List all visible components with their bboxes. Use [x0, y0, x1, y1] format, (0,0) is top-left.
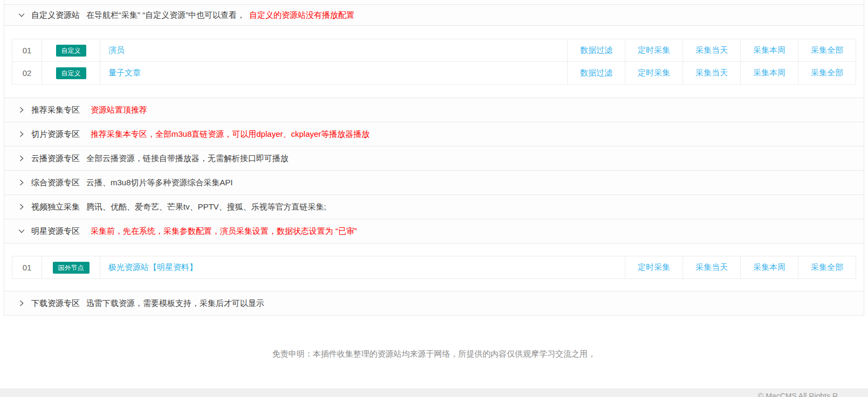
row-number: 01 [12, 39, 42, 62]
action-collect-week[interactable]: 采集本周 [753, 45, 786, 54]
action-timed-collect[interactable]: 定时采集 [638, 68, 670, 77]
action-cell: 采集当天 [683, 256, 741, 279]
section-header-m3u8-slice[interactable]: 切片资源专区 推荐采集本专区，全部m3u8直链资源，可以用dplayer、ckp… [4, 122, 864, 146]
section-desc: 云播、m3u8切片等多种资源综合采集API [86, 178, 233, 188]
name-cell: 极光资源站【明星资料】 [100, 256, 625, 279]
section-desc-alert: 采集前，先在系统，采集参数配置，演员采集设置，数据状态设置为 “已审” [91, 226, 357, 236]
name-cell: 演员 [100, 39, 568, 62]
action-cell: 采集当天 [683, 39, 741, 62]
source-type-badge: 国外节点 [53, 262, 89, 274]
badge-cell: 国外节点 [42, 256, 100, 279]
source-type-badge: 自定义 [56, 45, 86, 57]
badge-cell: 自定义 [42, 62, 100, 85]
action-collect-all[interactable]: 采集全部 [811, 68, 843, 77]
chevron-right-icon [17, 130, 26, 138]
table-row: 02 自定义 量子文章 数据过滤 定时采集 采集当天 采集本周 采集全部 [12, 62, 856, 85]
chevron-right-icon [17, 106, 26, 114]
top-strip [4, 0, 864, 4]
action-cell: 数据过滤 [568, 39, 625, 62]
chevron-down-icon [17, 11, 26, 19]
section-desc: 腾讯、优酷、爱奇艺、芒果tv、PPTV、搜狐、乐视等官方直链采集; [86, 202, 326, 212]
source-type-badge: 自定义 [56, 67, 86, 79]
source-name-link[interactable]: 极光资源站【明星资料】 [108, 262, 197, 271]
section-header-recommended[interactable]: 推荐采集专区 资源站置顶推荐 [4, 97, 864, 122]
section-header-download[interactable]: 下载资源专区 迅雷下载资源，需要模板支持，采集后才可以显示 [4, 291, 864, 315]
action-cell: 定时采集 [625, 62, 683, 85]
footer-bar: © MacCMS All Rights R [0, 388, 868, 397]
action-data-filter[interactable]: 数据过滤 [580, 45, 612, 54]
section-title: 切片资源专区 [31, 129, 80, 140]
collection-accordion: 自定义资源站 在导航栏“采集” “自定义资源”中也可以查看， 自定义的资源站没有… [4, 0, 864, 316]
section-title: 推荐采集专区 [31, 105, 80, 115]
source-name-link[interactable]: 量子文章 [108, 68, 141, 77]
action-collect-all[interactable]: 采集全部 [811, 45, 843, 54]
chevron-right-icon [17, 178, 26, 187]
section-header-custom-sources[interactable]: 自定义资源站 在导航栏“采集” “自定义资源”中也可以查看， 自定义的资源站没有… [4, 4, 864, 25]
section-title: 视频独立采集 [31, 202, 80, 212]
star-sources-table: 01 国外节点 极光资源站【明星资料】 定时采集 采集当天 采集本周 采集全部 [12, 256, 856, 279]
section-content-star: 01 国外节点 极光资源站【明星资料】 定时采集 采集当天 采集本周 采集全部 [4, 243, 864, 291]
chevron-down-icon [17, 227, 26, 235]
section-header-star[interactable]: 明星资源专区 采集前，先在系统，采集参数配置，演员采集设置，数据状态设置为 “已… [4, 219, 864, 243]
section-header-cloud-play[interactable]: 云播资源专区 全部云播资源，链接自带播放器，无需解析接口即可播放 [4, 146, 864, 170]
action-data-filter[interactable]: 数据过滤 [580, 68, 612, 77]
action-timed-collect[interactable]: 定时采集 [638, 45, 670, 54]
action-collect-today[interactable]: 采集当天 [695, 45, 728, 54]
section-desc-alert: 推荐采集本专区，全部m3u8直链资源，可以用dplayer、ckplayer等播… [91, 129, 370, 140]
custom-sources-table: 01 自定义 演员 数据过滤 定时采集 采集当天 采集本周 采集全部 02 自定… [12, 39, 856, 85]
action-collect-week[interactable]: 采集本周 [753, 68, 786, 77]
action-cell: 数据过滤 [568, 62, 625, 85]
section-desc-alert: 资源站置顶推荐 [91, 105, 147, 115]
section-title: 综合资源专区 [31, 178, 80, 188]
row-number: 02 [12, 62, 42, 85]
chevron-right-icon [17, 299, 26, 308]
section-title: 下载资源专区 [31, 298, 80, 309]
badge-cell: 自定义 [42, 39, 100, 62]
section-desc: 迅雷下载资源，需要模板支持，采集后才可以显示 [86, 298, 264, 309]
table-row: 01 国外节点 极光资源站【明星资料】 定时采集 采集当天 采集本周 采集全部 [12, 256, 856, 279]
action-collect-all[interactable]: 采集全部 [811, 262, 843, 271]
copyright-text: © MacCMS All Rights R [758, 392, 838, 397]
section-title: 明星资源专区 [31, 226, 80, 236]
section-desc: 全部云播资源，链接自带播放器，无需解析接口即可播放 [86, 154, 288, 164]
section-title: 自定义资源站 [31, 10, 80, 20]
action-cell: 采集全部 [798, 256, 856, 279]
action-cell: 采集全部 [798, 39, 856, 62]
name-cell: 量子文章 [100, 62, 568, 85]
row-number: 01 [12, 256, 42, 279]
section-title: 云播资源专区 [31, 154, 80, 164]
action-collect-today[interactable]: 采集当天 [695, 68, 728, 77]
action-cell: 采集本周 [741, 256, 798, 279]
section-desc: 在导航栏“采集” “自定义资源”中也可以查看， [86, 10, 245, 20]
action-timed-collect[interactable]: 定时采集 [638, 262, 670, 271]
source-name-link[interactable]: 演员 [108, 45, 125, 54]
action-cell: 采集当天 [683, 62, 741, 85]
section-header-mixed[interactable]: 综合资源专区 云播、m3u8切片等多种资源综合采集API [4, 170, 864, 194]
section-desc-alert: 自定义的资源站没有播放配置 [249, 10, 354, 20]
action-cell: 采集全部 [798, 62, 856, 85]
chevron-right-icon [17, 154, 26, 163]
action-collect-today[interactable]: 采集当天 [695, 262, 728, 271]
action-collect-week[interactable]: 采集本周 [753, 262, 786, 271]
chevron-right-icon [17, 203, 26, 211]
action-cell: 定时采集 [625, 256, 683, 279]
action-cell: 定时采集 [625, 39, 683, 62]
action-cell: 采集本周 [741, 62, 798, 85]
section-content-custom-sources: 01 自定义 演员 数据过滤 定时采集 采集当天 采集本周 采集全部 02 自定… [4, 25, 864, 97]
action-cell: 采集本周 [741, 39, 798, 62]
disclaimer-text: 免责申明：本插件收集整理的资源站均来源于网络，所提供的内容仅供观摩学习交流之用， [0, 349, 868, 359]
table-row: 01 自定义 演员 数据过滤 定时采集 采集当天 采集本周 采集全部 [12, 39, 856, 62]
section-header-video-independent[interactable]: 视频独立采集 腾讯、优酷、爱奇艺、芒果tv、PPTV、搜狐、乐视等官方直链采集; [4, 194, 864, 219]
